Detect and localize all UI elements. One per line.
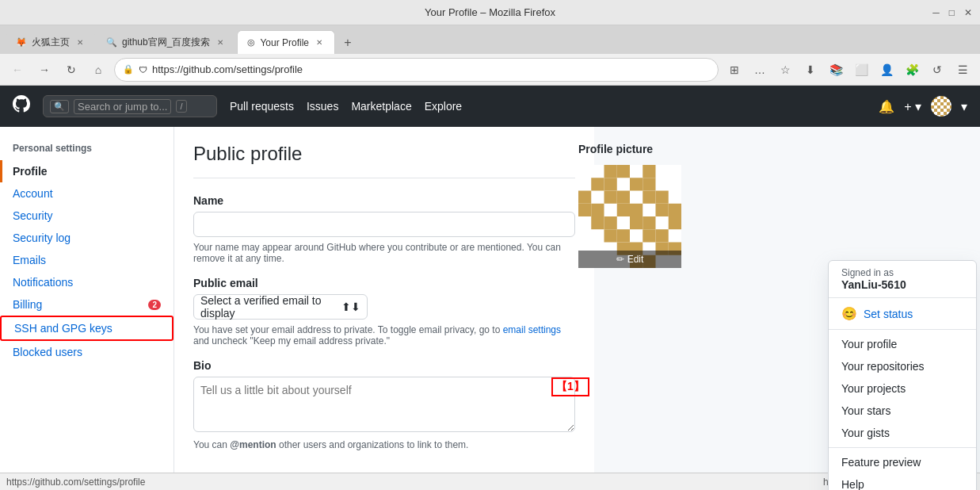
- bio-textarea[interactable]: [193, 377, 575, 432]
- more-options-icon[interactable]: …: [749, 59, 771, 81]
- address-bar-container[interactable]: 🔒 🛡: [114, 58, 719, 82]
- lock-icon: 🔒: [123, 64, 134, 75]
- window-controls[interactable]: ─ □ ✕: [932, 7, 972, 18]
- dropdown-your-stars[interactable]: Your stars: [829, 400, 976, 422]
- browser-titlebar: Your Profile – Mozilla Firefox ─ □ ✕: [0, 0, 980, 25]
- dropdown-section-1: Your profile Your repositories Your proj…: [829, 330, 976, 448]
- nav-explore[interactable]: Explore: [425, 100, 462, 113]
- tab-3[interactable]: ◎ Your Profile ✕: [237, 30, 335, 54]
- set-status-item[interactable]: 😊 Set status: [829, 301, 976, 326]
- maximize-button[interactable]: □: [949, 7, 955, 18]
- tab-3-close[interactable]: ✕: [314, 37, 325, 48]
- tab-3-label: Your Profile: [260, 37, 309, 48]
- dropdown-your-repositories[interactable]: Your repositories: [829, 355, 976, 377]
- dropdown-your-projects[interactable]: Your projects: [829, 377, 976, 400]
- profile-icon[interactable]: 👤: [875, 59, 898, 81]
- dropdown-help[interactable]: Help: [829, 473, 976, 490]
- svg-rect-6: [630, 178, 643, 190]
- tab-2[interactable]: 🔍 github官网_百度搜索 ✕: [97, 30, 235, 54]
- nav-issues[interactable]: Issues: [307, 100, 338, 113]
- svg-rect-16: [630, 204, 643, 216]
- content-wrapper: Public profile Name Your name may appear…: [174, 127, 980, 490]
- address-bar[interactable]: [152, 63, 710, 75]
- new-tab-button[interactable]: +: [337, 32, 359, 54]
- github-logo[interactable]: [13, 95, 30, 117]
- home-button[interactable]: ⌂: [87, 59, 109, 81]
- browser-tabs: 🦊 火狐主页 ✕ 🔍 github官网_百度搜索 ✕ ◎ Your Profil…: [0, 25, 980, 54]
- svg-rect-24: [604, 229, 617, 242]
- tab-1-close[interactable]: ✕: [74, 36, 86, 48]
- github-header: 🔍 Search or jump to... / Pull requests I…: [0, 86, 980, 127]
- sidebar-item-account[interactable]: Account: [0, 182, 174, 205]
- svg-rect-8: [578, 191, 591, 204]
- dropdown-feature-preview[interactable]: Feature preview: [829, 451, 976, 473]
- svg-rect-5: [604, 178, 617, 190]
- dropdown-your-profile[interactable]: Your profile: [829, 333, 976, 355]
- sidebar-item-ssh-gpg-keys[interactable]: SSH and GPG keys: [0, 316, 174, 341]
- sidebar-item-security-log[interactable]: Security log: [0, 227, 174, 249]
- minimize-button[interactable]: ─: [932, 7, 940, 18]
- back-button[interactable]: ←: [6, 59, 29, 81]
- page-title: Public profile: [193, 143, 575, 178]
- back-history-icon[interactable]: ↺: [926, 59, 948, 81]
- content-area: Public profile Name Your name may appear…: [174, 127, 594, 490]
- sidebar-item-security[interactable]: Security: [0, 205, 174, 227]
- pencil-icon: ✏: [616, 254, 624, 265]
- hamburger-icon[interactable]: ☰: [951, 59, 974, 81]
- email-help: You have set your email address to priva…: [193, 324, 575, 346]
- user-avatar[interactable]: [931, 96, 951, 117]
- synced-tabs-icon[interactable]: ⬜: [850, 59, 872, 81]
- tab-3-icon: ◎: [247, 37, 255, 48]
- annotation-1: 【1】: [551, 377, 589, 396]
- nav-marketplace[interactable]: Marketplace: [351, 100, 411, 113]
- plus-dropdown-icon[interactable]: + ▾: [904, 99, 921, 114]
- header-right: 🔔 + ▾ ▾: [879, 96, 967, 117]
- sidebar-item-emails[interactable]: Emails: [0, 249, 174, 271]
- nav-pull-requests[interactable]: Pull requests: [230, 100, 294, 113]
- reload-icon: ↻: [67, 63, 76, 76]
- dropdown-header: Signed in as YanLiu-5610: [829, 261, 976, 298]
- svg-rect-23: [669, 216, 681, 229]
- public-email-label: Public email: [193, 277, 575, 289]
- bookmarks-library-icon[interactable]: 📚: [825, 59, 847, 81]
- name-help: Your name may appear around GitHub where…: [193, 242, 575, 264]
- sidebar-item-blocked-users[interactable]: Blocked users: [0, 341, 174, 363]
- download-icon[interactable]: ⬇: [799, 59, 822, 81]
- name-input[interactable]: [193, 212, 575, 237]
- name-label: Name: [193, 194, 575, 207]
- bio-label: Bio: [193, 359, 575, 372]
- svg-rect-18: [669, 204, 681, 216]
- set-status-label: Set status: [864, 308, 913, 320]
- sidebar-item-billing[interactable]: Billing 2: [0, 293, 174, 316]
- home-icon: ⌂: [95, 63, 101, 76]
- svg-rect-9: [604, 191, 617, 204]
- profile-picture-label: Profile picture: [578, 143, 681, 155]
- reader-view-icon[interactable]: ⊞: [723, 59, 745, 81]
- edit-profile-picture-button[interactable]: ✏ Edit: [578, 251, 681, 268]
- svg-rect-20: [604, 216, 617, 229]
- email-settings-link[interactable]: email settings: [503, 324, 561, 335]
- close-button[interactable]: ✕: [964, 7, 972, 18]
- avatar-dropdown-icon[interactable]: ▾: [961, 99, 967, 114]
- dropdown-your-gists[interactable]: Your gists: [829, 422, 976, 444]
- sidebar-item-profile[interactable]: Profile: [0, 160, 174, 182]
- search-bar[interactable]: 🔍 Search or jump to... /: [43, 95, 217, 117]
- svg-rect-15: [617, 204, 630, 216]
- bookmark-icon[interactable]: ☆: [774, 59, 796, 81]
- bio-group: Bio You can @mention other users and org…: [193, 359, 575, 450]
- smiley-icon: 😊: [841, 306, 857, 321]
- search-placeholder: Search or jump to...: [74, 99, 171, 114]
- sidebar-heading: Personal settings: [0, 140, 174, 160]
- forward-button[interactable]: →: [33, 59, 55, 81]
- reload-button[interactable]: ↻: [60, 59, 82, 81]
- sidebar-item-notifications[interactable]: Notifications: [0, 271, 174, 293]
- tab-2-close[interactable]: ✕: [215, 36, 226, 48]
- public-email-select[interactable]: Select a verified email to display ⬆⬇: [193, 294, 368, 320]
- svg-rect-26: [643, 229, 655, 242]
- extensions-icon[interactable]: 🧩: [901, 59, 923, 81]
- github-nav: Pull requests Issues Marketplace Explore: [230, 100, 462, 113]
- notifications-bell-icon[interactable]: 🔔: [879, 99, 894, 114]
- svg-rect-4: [591, 178, 604, 190]
- email-help-prefix: You have set your email address to priva…: [193, 324, 503, 335]
- tab-1[interactable]: 🦊 火狐主页 ✕: [6, 30, 95, 54]
